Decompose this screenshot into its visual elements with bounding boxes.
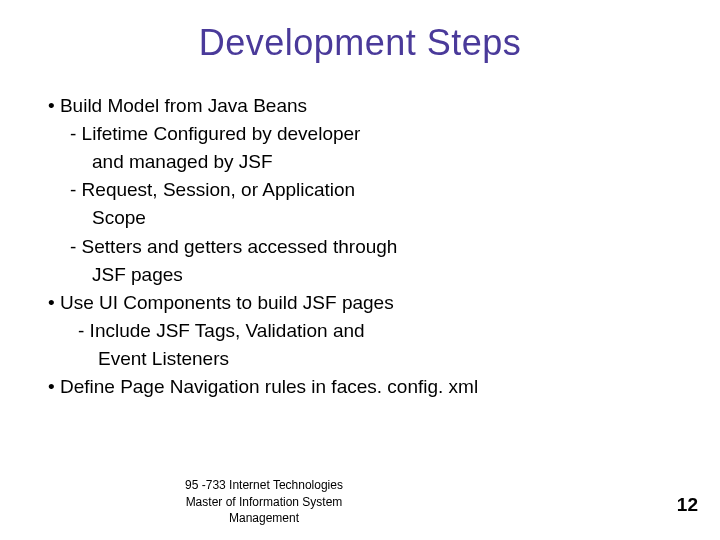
footer-line: 95 -733 Internet Technologies — [134, 477, 394, 493]
body-line: Event Listeners — [48, 345, 700, 373]
body-line: • Build Model from Java Beans — [48, 92, 700, 120]
body-line: - Lifetime Configured by developer — [48, 120, 700, 148]
footer-line: Master of Information System — [134, 494, 394, 510]
slide-footer: 95 -733 Internet Technologies Master of … — [0, 477, 720, 526]
body-line: - Request, Session, or Application — [48, 176, 700, 204]
body-line: and managed by JSF — [48, 148, 700, 176]
body-line: - Setters and getters accessed through — [48, 233, 700, 261]
slide-body: • Build Model from Java Beans - Lifetime… — [0, 92, 720, 401]
page-number: 12 — [677, 494, 698, 516]
slide-title: Development Steps — [0, 22, 720, 64]
footer-line: Management — [134, 510, 394, 526]
body-line: • Define Page Navigation rules in faces.… — [48, 373, 700, 401]
body-line: JSF pages — [48, 261, 700, 289]
body-line: Scope — [48, 204, 700, 232]
body-line: - Include JSF Tags, Validation and — [48, 317, 700, 345]
body-line: • Use UI Components to build JSF pages — [48, 289, 700, 317]
